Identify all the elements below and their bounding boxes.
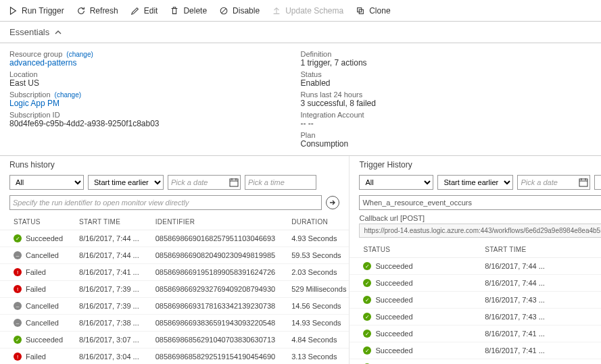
run-trigger-button[interactable]: Run Trigger — [3, 3, 70, 18]
subscription-change-link[interactable]: (change) — [55, 91, 81, 99]
table-row[interactable]: !Failed8/16/2017, 7:39 ...08586986692932… — [0, 281, 349, 298]
trigger-col-start: START TIME — [471, 242, 601, 258]
trigger-filters: All Start time earlier than — [350, 172, 601, 194]
location-value: East US — [9, 78, 301, 88]
cell-identifier: 08586986693836591943093220548 — [142, 315, 278, 332]
trigger-name-input[interactable] — [359, 195, 601, 210]
essentials-toggle[interactable]: Essentials — [0, 22, 601, 43]
table-row[interactable]: ✓Succeeded8/16/2017, 7:44 ...Fired — [350, 258, 601, 275]
cell-identifier: 08586986856291040703830630713 — [142, 332, 278, 348]
clone-button[interactable]: Clone — [350, 3, 395, 18]
table-row[interactable]: ✓Succeeded8/16/2017, 7:44 ...08586986690… — [0, 230, 349, 247]
plan-label: Plan — [301, 131, 592, 139]
table-row[interactable]: –Cancelled8/16/2017, 7:44 ...08586986690… — [0, 247, 349, 264]
callback-url-label: Callback url [POST] — [350, 213, 601, 222]
resource-group-change-link[interactable]: (change) — [66, 51, 93, 58]
table-row[interactable]: !Failed8/16/2017, 3:04 ...08586986858292… — [0, 348, 349, 365]
resource-group-value[interactable]: advanced-patterns — [9, 58, 301, 68]
cell-status: ✓Succeeded — [350, 309, 471, 326]
table-row[interactable]: ✓Succeeded8/16/2017, 7:41 ...Fired — [350, 326, 601, 342]
cell-identifier: 08586986691951899058391624726 — [142, 264, 278, 281]
disable-button[interactable]: Disable — [214, 3, 265, 18]
runs-status-filter[interactable]: All — [9, 175, 84, 190]
cell-status: ✓Succeeded — [350, 275, 471, 292]
trigger-col-status: STATUS — [350, 242, 471, 258]
histories-region: Runs history All Start time earlier than… — [0, 156, 601, 364]
table-row[interactable]: !Failed8/16/2017, 7:41 ...08586986691951… — [0, 264, 349, 281]
cell-start-time: 8/16/2017, 7:39 ... — [66, 298, 142, 315]
status-icon: – — [14, 251, 22, 259]
table-row[interactable]: –Cancelled8/16/2017, 7:39 ...08586986693… — [0, 298, 349, 315]
edit-button[interactable]: Edit — [125, 3, 164, 18]
callback-url-value[interactable]: https://prod-14.eastus.logic.azure.com:4… — [359, 224, 601, 238]
runs-identifier-input[interactable] — [9, 195, 322, 210]
definition-label: Definition — [301, 50, 592, 58]
resource-group-label: Resource group — [9, 50, 62, 58]
table-row[interactable]: –Cancelled8/16/2017, 7:38 ...08586986693… — [0, 315, 349, 332]
status-icon: ! — [14, 285, 22, 293]
refresh-button[interactable]: Refresh — [71, 3, 124, 18]
cell-identifier: 08586986693178163342139230738 — [142, 298, 278, 315]
calendar-icon — [579, 178, 588, 187]
trigger-date-picker[interactable] — [517, 175, 590, 190]
cell-status: !Failed — [0, 264, 66, 281]
runs-history-title: Runs history — [0, 156, 349, 172]
definition-value: 1 trigger, 7 actions — [301, 58, 592, 68]
trigger-status-filter[interactable]: All — [359, 175, 433, 190]
runs-col-status: STATUS — [0, 214, 66, 230]
table-row[interactable]: ✓Succeeded8/16/2017, 3:07 ...08586986856… — [0, 332, 349, 348]
runs-time-input[interactable] — [245, 175, 316, 190]
cell-status: –Cancelled — [0, 315, 66, 332]
svg-rect-4 — [579, 179, 587, 186]
cell-start-time: 8/16/2017, 7:41 ... — [66, 264, 142, 281]
essentials-left: Resource group (change) advanced-pattern… — [9, 47, 301, 149]
cell-start-time: 8/16/2017, 3:04 ... — [66, 348, 142, 365]
status-icon: ✓ — [363, 296, 371, 304]
cell-identifier: 08586986858292519154190454690 — [142, 348, 278, 365]
table-row[interactable]: ✓Succeeded8/16/2017, 7:43 ... — [350, 309, 601, 326]
runs-table: STATUS START TIME IDENTIFIER DURATION ✓S… — [0, 214, 349, 364]
cell-duration: 529 Milliseconds — [278, 281, 349, 298]
table-row[interactable]: ✓Succeeded8/16/2017, 7:43 ...Fired — [350, 292, 601, 309]
essentials-title: Essentials — [9, 27, 49, 37]
runs-date-picker[interactable] — [168, 175, 241, 190]
table-row[interactable]: ✓Succeeded8/16/2017, 7:41 ... — [350, 342, 601, 359]
cell-status: ✓Succeeded — [350, 258, 471, 275]
cell-duration: 59.53 Seconds — [278, 247, 349, 264]
subscription-value[interactable]: Logic App PM — [9, 99, 301, 108]
chevron-up-icon — [55, 29, 62, 36]
update-schema-label: Update Schema — [285, 6, 343, 16]
arrow-right-icon — [329, 199, 337, 207]
trigger-history-pane: Trigger History All Start time earlier t… — [350, 156, 601, 364]
refresh-icon — [76, 6, 86, 16]
runs-filters: All Start time earlier than — [0, 172, 349, 194]
cell-duration: 3.13 Seconds — [278, 348, 349, 365]
trigger-time-input[interactable] — [594, 175, 601, 190]
table-row[interactable]: ✓Succeeded8/16/2017, 7:39 ...Fired — [350, 359, 601, 365]
cell-start-time: 8/16/2017, 7:39 ... — [471, 359, 601, 365]
trash-icon — [170, 6, 179, 16]
runs24-value: 3 successful, 8 failed — [301, 99, 592, 108]
cell-status: ✓Succeeded — [0, 332, 66, 348]
trigger-time-filter[interactable]: Start time earlier than — [437, 175, 513, 190]
status-value: Enabled — [301, 78, 592, 88]
runs-col-start: START TIME — [66, 214, 142, 230]
clone-label: Clone — [369, 6, 390, 16]
ban-icon — [219, 6, 229, 16]
cell-identifier: 08586986690168257951103046693 — [142, 230, 278, 247]
cell-duration: 14.93 Seconds — [278, 315, 349, 332]
runs-col-identifier: IDENTIFIER — [142, 214, 278, 230]
runs-time-filter[interactable]: Start time earlier than — [88, 175, 164, 190]
status-icon: ✓ — [363, 279, 371, 287]
cell-duration: 4.93 Seconds — [278, 230, 349, 247]
status-icon: – — [14, 319, 22, 327]
runs-identifier-go-button[interactable] — [326, 196, 339, 209]
cell-start-time: 8/16/2017, 7:41 ... — [471, 342, 601, 359]
location-label: Location — [9, 70, 301, 78]
status-icon: ✓ — [14, 234, 22, 242]
delete-button[interactable]: Delete — [164, 3, 212, 18]
table-row[interactable]: ✓Succeeded8/16/2017, 7:44 ... — [350, 275, 601, 292]
cell-start-time: 8/16/2017, 7:38 ... — [66, 315, 142, 332]
delete-label: Delete — [183, 6, 207, 16]
cell-start-time: 8/16/2017, 7:43 ... — [471, 309, 601, 326]
